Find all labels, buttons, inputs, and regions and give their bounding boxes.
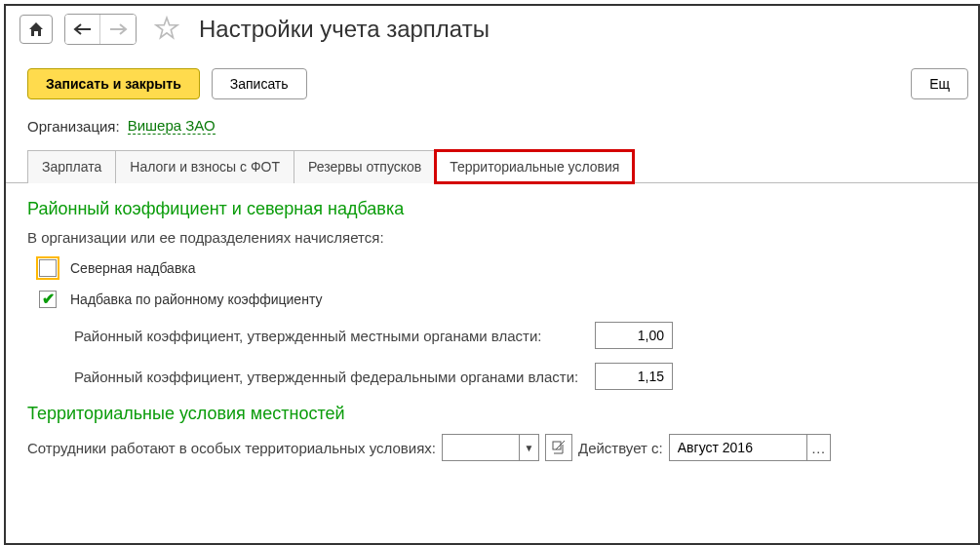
checkbox-district-label: Надбавка по районному коэффициенту bbox=[70, 292, 322, 307]
favorite-icon[interactable] bbox=[154, 16, 179, 44]
territorial-row: Сотрудники работают в особых территориал… bbox=[27, 434, 957, 461]
check-icon: ✔ bbox=[42, 292, 55, 307]
checkbox-north[interactable] bbox=[39, 259, 57, 277]
save-close-button[interactable]: Записать и закрыть bbox=[27, 68, 200, 99]
tab-content: Районный коэффициент и северная надбавка… bbox=[6, 183, 978, 477]
section-title-coef: Районный коэффициент и северная надбавка bbox=[27, 199, 957, 219]
checkbox-district[interactable]: ✔ bbox=[39, 291, 57, 308]
terr-conditions-input[interactable] bbox=[443, 435, 519, 460]
top-toolbar: Настройки учета зарплаты bbox=[6, 6, 978, 49]
action-bar: Записать и закрыть Записать Ещ bbox=[6, 49, 978, 113]
tabs-bar: Зарплата Налоги и взносы с ФОТ Резервы о… bbox=[6, 150, 978, 183]
more-button[interactable]: Ещ bbox=[911, 68, 968, 99]
effective-date-input[interactable] bbox=[670, 435, 806, 460]
organization-label: Организация: bbox=[27, 118, 120, 135]
tab-territorial[interactable]: Территориальные условия bbox=[435, 150, 634, 183]
tab-salary[interactable]: Зарплата bbox=[27, 150, 116, 183]
coef-federal-label: Районный коэффициент, утвержденный федер… bbox=[74, 369, 581, 385]
save-button[interactable]: Записать bbox=[212, 68, 307, 99]
coef-local-label: Районный коэффициент, утвержденный местн… bbox=[74, 328, 581, 344]
check-row-north: Северная надбавка bbox=[27, 259, 957, 277]
organization-row: Организация: Вишера ЗАО bbox=[6, 113, 978, 150]
organization-link[interactable]: Вишера ЗАО bbox=[128, 117, 216, 135]
effective-from-label: Действует с: bbox=[578, 440, 663, 456]
checkbox-north-label: Северная надбавка bbox=[70, 260, 196, 276]
back-button[interactable] bbox=[65, 15, 100, 44]
terr-conditions-combo[interactable]: ▼ bbox=[442, 434, 539, 461]
terr-row-label: Сотрудники работают в особых территориал… bbox=[27, 440, 436, 456]
section-title-terr: Территориальные условия местностей bbox=[27, 404, 957, 424]
section-subtitle-coef: В организации или ее подразделениях начи… bbox=[27, 229, 957, 246]
chevron-down-icon[interactable]: ▼ bbox=[519, 435, 538, 460]
tab-taxes[interactable]: Налоги и взносы с ФОТ bbox=[115, 150, 294, 183]
date-picker-button[interactable]: … bbox=[806, 435, 830, 460]
home-button[interactable] bbox=[20, 15, 53, 44]
tab-reserves[interactable]: Резервы отпусков bbox=[294, 150, 436, 183]
forward-button[interactable] bbox=[100, 15, 136, 44]
nav-group bbox=[64, 14, 137, 45]
check-row-district: ✔ Надбавка по районному коэффициенту bbox=[27, 291, 957, 308]
coef-local-row: Районный коэффициент, утвержденный местн… bbox=[27, 322, 957, 349]
coef-federal-row: Районный коэффициент, утвержденный федер… bbox=[27, 363, 957, 390]
open-dialog-button[interactable] bbox=[545, 434, 572, 461]
effective-date-field[interactable]: … bbox=[669, 434, 831, 461]
page-title: Настройки учета зарплаты bbox=[199, 16, 490, 43]
coef-local-input[interactable] bbox=[595, 322, 673, 349]
coef-federal-input[interactable] bbox=[595, 363, 673, 390]
